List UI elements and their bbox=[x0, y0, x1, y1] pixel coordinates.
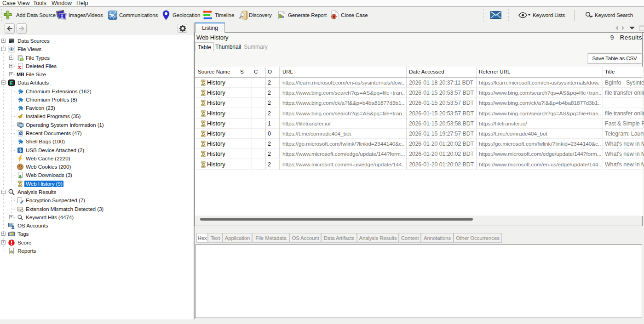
svg-text:x: x bbox=[18, 63, 22, 70]
svg-text:MB: MB bbox=[17, 72, 24, 77]
